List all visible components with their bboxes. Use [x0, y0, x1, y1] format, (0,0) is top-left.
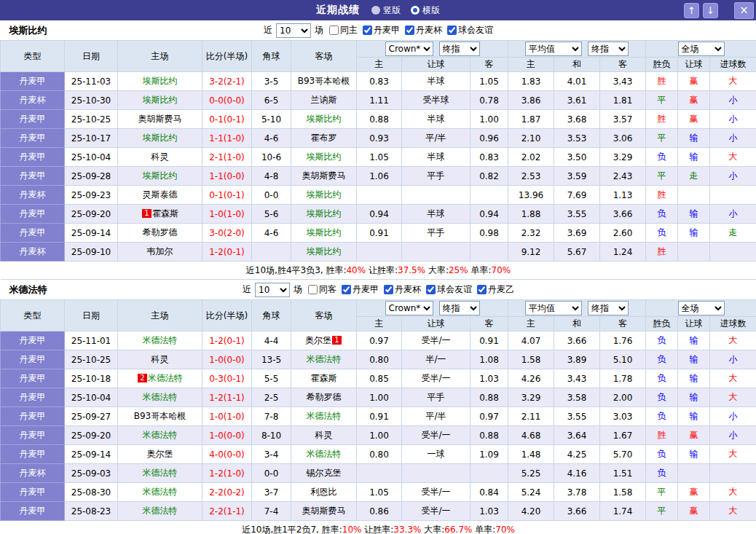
filter-checkbox-2[interactable]: 丹麦杯: [384, 283, 421, 296]
scroll-down-button[interactable]: ↓: [703, 3, 718, 18]
asian-away-odds-cell: 0.88: [470, 426, 508, 445]
euro-home-odds-cell: 4.07: [508, 331, 554, 350]
home-team-name: 埃斯比约: [143, 76, 178, 86]
scroll-up-button[interactable]: ↑: [684, 3, 699, 18]
home-team-cell: 米德法特: [118, 464, 202, 483]
euro-home-odds-cell: 3.29: [508, 388, 554, 407]
score-cell[interactable]: 2-1(1-0): [202, 148, 252, 167]
score-cell[interactable]: 3-2(2-1): [202, 72, 252, 91]
checkbox-input[interactable]: [405, 25, 414, 35]
titlebar-buttons: ↑ ↓ ×: [680, 2, 754, 19]
home-team-cell: 埃斯比约: [118, 91, 202, 110]
layout-radio-option-1[interactable]: 横版: [411, 4, 440, 17]
summary-label: 近10场,胜4平3负3, 胜率:: [246, 265, 347, 275]
match-row: 丹麦甲25-09-14奥尔堡4-0(0-0)3-4米德法特0.80一球1.091…: [1, 445, 756, 464]
layout-radio-option-0[interactable]: 竖版: [371, 4, 401, 17]
goals-result-cell: 大: [710, 388, 756, 407]
checkbox-input[interactable]: [384, 285, 393, 294]
score-cell[interactable]: 1-2(0-1): [202, 331, 252, 350]
handicap-result-cell: 赢: [678, 483, 710, 502]
home-team-cell: 米德法特: [118, 502, 202, 521]
games-label: 场: [294, 283, 302, 296]
league-type-cell: 丹麦杯: [1, 464, 65, 483]
checkbox-input[interactable]: [447, 25, 457, 35]
filter-checkbox-3[interactable]: 球会友谊: [447, 24, 493, 36]
score-cell[interactable]: 1-2(0-1): [202, 243, 252, 262]
result-cell: 胜: [646, 243, 678, 262]
league-type-cell: 丹麦甲: [1, 331, 65, 350]
score-cell[interactable]: 1-2(1-1): [202, 388, 252, 407]
match-row: 丹麦甲25-09-20米德法特1-0(0-0)8-10科灵1.00受半/一0.8…: [1, 426, 756, 445]
asian-final-odds-select[interactable]: 终指: [439, 42, 480, 56]
bookmaker-select[interactable]: Crown*: [385, 42, 433, 56]
col-header-goals: 进球数: [710, 58, 756, 72]
result-group-header: 全场: [646, 300, 756, 317]
asian-home-odds-cell: 0.94: [357, 205, 402, 224]
score-cell[interactable]: 1-0(1-0): [202, 407, 252, 426]
checkbox-input[interactable]: [308, 285, 318, 294]
filter-checkbox-0[interactable]: 同主: [329, 24, 358, 36]
score-cell[interactable]: 1-0(1-0): [202, 205, 252, 224]
score-cell[interactable]: 2-2(1-1): [202, 502, 252, 521]
col-header-result: 胜负: [646, 58, 678, 72]
score-cell[interactable]: 1-1(0-0): [202, 167, 252, 186]
score-cell[interactable]: 0-1(0-1): [202, 110, 252, 129]
home-team-name: 韦加尔: [147, 246, 173, 256]
filter-checkbox-1[interactable]: 丹麦甲: [342, 283, 379, 296]
euro-final-odds-select[interactable]: 终指: [588, 42, 629, 56]
bookmaker-select[interactable]: Crown*: [385, 301, 433, 315]
handicap-result-cell: 赢: [678, 72, 710, 91]
home-team-cell: 米德法特: [118, 483, 202, 502]
euro-average-select[interactable]: 平均值: [525, 301, 582, 315]
match-count-select[interactable]: 10: [255, 283, 290, 297]
result-cell: 负: [646, 407, 678, 426]
asian-final-odds-select[interactable]: 终指: [439, 301, 480, 315]
date-cell: 25-11-01: [65, 331, 118, 350]
score-cell[interactable]: 1-1(1-0): [202, 129, 252, 148]
score-cell[interactable]: 3-0(2-0): [202, 224, 252, 243]
euro-home-odds-cell: 2.02: [508, 148, 554, 167]
filter-checkbox-2[interactable]: 丹麦杯: [405, 24, 442, 36]
home-team-cell: B93哥本哈根: [118, 407, 202, 426]
summary-label: 大率:: [421, 525, 444, 534]
down-arrow-icon: ↓: [706, 6, 714, 15]
goals-result-cell: 小: [710, 426, 756, 445]
score-cell[interactable]: 1-2(1-0): [202, 464, 252, 483]
goals-result-cell: 大: [710, 483, 756, 502]
filter-checkbox-0[interactable]: 同客: [308, 283, 336, 296]
checkbox-input[interactable]: [426, 285, 436, 294]
corner-cell: 10-6: [252, 148, 291, 167]
score-cell[interactable]: 0-1(0-1): [202, 186, 252, 205]
match-scope-select[interactable]: 全场: [678, 42, 725, 56]
filter-checkbox-1[interactable]: 丹麦甲: [363, 24, 400, 36]
euro-average-select[interactable]: 平均值: [525, 42, 582, 56]
checkbox-input[interactable]: [342, 285, 351, 294]
checkbox-input[interactable]: [363, 25, 372, 35]
match-scope-select[interactable]: 全场: [678, 301, 725, 315]
match-count-select[interactable]: 10: [276, 23, 311, 38]
euro-final-odds-select[interactable]: 终指: [588, 301, 629, 315]
score-cell[interactable]: 1-0(0-0): [202, 426, 252, 445]
away-team-name: 锡尔克堡: [307, 468, 342, 478]
checkbox-input[interactable]: [477, 285, 487, 294]
score-cell[interactable]: 4-0(0-0): [202, 445, 252, 464]
score-cell[interactable]: 0-0(0-0): [202, 91, 252, 110]
checkbox-input[interactable]: [329, 25, 339, 35]
euro-home-odds-cell: 13.96: [508, 186, 554, 205]
asian-handicap-cell: 受半/一: [402, 369, 470, 388]
asian-home-odds-cell: 1.00: [357, 426, 402, 445]
euro-home-odds-cell: 4.68: [508, 426, 554, 445]
score-cell[interactable]: 2-2(0-2): [202, 483, 252, 502]
score-cell[interactable]: 0-3(0-1): [202, 369, 252, 388]
asian-away-odds-cell: 0.98: [470, 224, 508, 243]
close-button[interactable]: ×: [734, 2, 754, 19]
filter-checkbox-4[interactable]: 丹麦乙: [477, 283, 514, 296]
league-type-cell: 丹麦杯: [1, 243, 65, 262]
filter-checkbox-3[interactable]: 球会友谊: [426, 283, 472, 296]
radio-label: 竖版: [383, 4, 401, 17]
score-cell[interactable]: 1-0(0-0): [202, 350, 252, 369]
col-header-euro-home: 主: [508, 58, 554, 72]
goals-result-cell: 大: [710, 148, 756, 167]
goals-result-cell: 大: [710, 502, 756, 521]
handicap-result-cell: 输: [678, 224, 710, 243]
